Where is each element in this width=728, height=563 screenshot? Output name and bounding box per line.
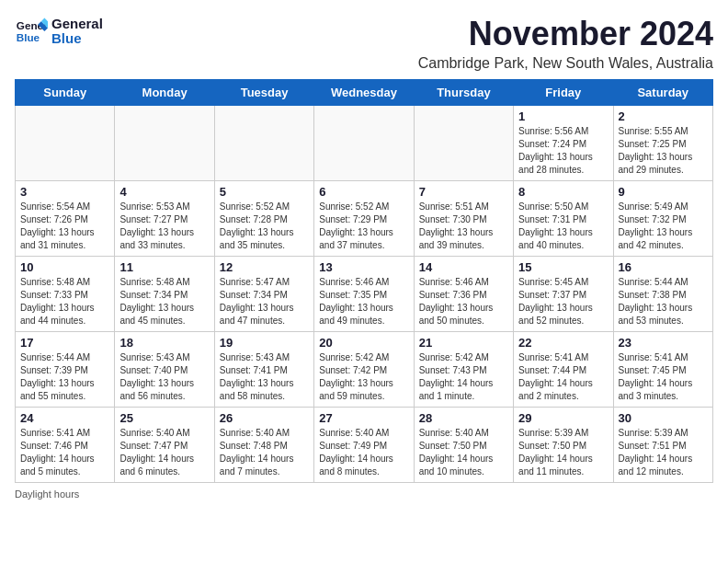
- day-number: 17: [20, 336, 109, 350]
- day-number: 26: [220, 411, 309, 425]
- day-number: 8: [518, 185, 608, 199]
- calendar-cell: 15Sunrise: 5:45 AM Sunset: 7:37 PM Dayli…: [514, 257, 613, 332]
- day-info: Sunrise: 5:47 AM Sunset: 7:34 PM Dayligh…: [220, 276, 309, 327]
- calendar-header-friday: Friday: [514, 80, 613, 106]
- logo-icon: General Blue: [15, 15, 48, 48]
- calendar-cell: 2Sunrise: 5:55 AM Sunset: 7:25 PM Daylig…: [613, 106, 712, 181]
- day-number: 5: [220, 185, 309, 199]
- day-info: Sunrise: 5:52 AM Sunset: 7:29 PM Dayligh…: [319, 201, 408, 252]
- day-number: 11: [119, 260, 209, 274]
- calendar-cell: 22Sunrise: 5:41 AM Sunset: 7:44 PM Dayli…: [514, 332, 613, 408]
- day-number: 15: [518, 260, 608, 274]
- calendar-cell: 6Sunrise: 5:52 AM Sunset: 7:29 PM Daylig…: [314, 181, 414, 257]
- day-number: 14: [419, 260, 508, 274]
- day-info: Sunrise: 5:51 AM Sunset: 7:30 PM Dayligh…: [419, 201, 508, 252]
- calendar-cell: 28Sunrise: 5:40 AM Sunset: 7:50 PM Dayli…: [414, 408, 513, 483]
- day-info: Sunrise: 5:55 AM Sunset: 7:25 PM Dayligh…: [619, 125, 708, 177]
- calendar-cell: 29Sunrise: 5:39 AM Sunset: 7:50 PM Dayli…: [514, 408, 613, 483]
- calendar-cell: 4Sunrise: 5:53 AM Sunset: 7:27 PM Daylig…: [115, 181, 214, 257]
- logo-text-blue: Blue: [51, 31, 103, 47]
- calendar-cell: [414, 106, 513, 181]
- day-info: Sunrise: 5:43 AM Sunset: 7:41 PM Dayligh…: [220, 351, 309, 403]
- day-info: Sunrise: 5:45 AM Sunset: 7:37 PM Dayligh…: [518, 276, 608, 327]
- calendar-cell: 8Sunrise: 5:50 AM Sunset: 7:31 PM Daylig…: [514, 181, 613, 257]
- calendar-cell: 10Sunrise: 5:48 AM Sunset: 7:33 PM Dayli…: [16, 257, 115, 332]
- calendar-cell: 18Sunrise: 5:43 AM Sunset: 7:40 PM Dayli…: [115, 332, 214, 408]
- main-title: November 2024: [418, 15, 713, 53]
- calendar-cell: 1Sunrise: 5:56 AM Sunset: 7:24 PM Daylig…: [514, 106, 613, 181]
- calendar-cell: 26Sunrise: 5:40 AM Sunset: 7:48 PM Dayli…: [214, 408, 313, 483]
- day-info: Sunrise: 5:41 AM Sunset: 7:44 PM Dayligh…: [518, 351, 608, 403]
- day-info: Sunrise: 5:48 AM Sunset: 7:33 PM Dayligh…: [20, 276, 109, 327]
- calendar-week-3: 10Sunrise: 5:48 AM Sunset: 7:33 PM Dayli…: [16, 257, 713, 332]
- calendar-week-4: 17Sunrise: 5:44 AM Sunset: 7:39 PM Dayli…: [16, 332, 713, 408]
- day-number: 7: [419, 185, 508, 199]
- day-info: Sunrise: 5:41 AM Sunset: 7:46 PM Dayligh…: [20, 427, 109, 478]
- day-number: 19: [220, 336, 309, 350]
- subtitle: Cambridge Park, New South Wales, Austral…: [418, 55, 713, 72]
- calendar-cell: 5Sunrise: 5:52 AM Sunset: 7:28 PM Daylig…: [214, 181, 313, 257]
- day-number: 9: [619, 185, 708, 199]
- day-number: 13: [319, 260, 408, 274]
- calendar-cell: 13Sunrise: 5:46 AM Sunset: 7:35 PM Dayli…: [314, 257, 414, 332]
- calendar-header-sunday: Sunday: [16, 80, 115, 106]
- calendar-week-2: 3Sunrise: 5:54 AM Sunset: 7:26 PM Daylig…: [16, 181, 713, 257]
- calendar-cell: 16Sunrise: 5:44 AM Sunset: 7:38 PM Dayli…: [613, 257, 712, 332]
- calendar-cell: 23Sunrise: 5:41 AM Sunset: 7:45 PM Dayli…: [613, 332, 712, 408]
- day-number: 23: [619, 336, 708, 350]
- calendar-week-1: 1Sunrise: 5:56 AM Sunset: 7:24 PM Daylig…: [16, 106, 713, 181]
- day-info: Sunrise: 5:40 AM Sunset: 7:49 PM Dayligh…: [319, 427, 408, 478]
- day-number: 3: [20, 185, 109, 199]
- day-info: Sunrise: 5:42 AM Sunset: 7:43 PM Dayligh…: [419, 351, 508, 403]
- day-info: Sunrise: 5:43 AM Sunset: 7:40 PM Dayligh…: [119, 351, 209, 403]
- day-info: Sunrise: 5:56 AM Sunset: 7:24 PM Dayligh…: [518, 125, 608, 177]
- day-number: 16: [619, 260, 708, 274]
- day-number: 18: [119, 336, 209, 350]
- day-number: 24: [20, 411, 109, 425]
- day-number: 27: [319, 411, 408, 425]
- day-info: Sunrise: 5:49 AM Sunset: 7:32 PM Dayligh…: [619, 201, 708, 252]
- calendar-cell: 19Sunrise: 5:43 AM Sunset: 7:41 PM Dayli…: [214, 332, 313, 408]
- day-info: Sunrise: 5:42 AM Sunset: 7:42 PM Dayligh…: [319, 351, 408, 403]
- day-info: Sunrise: 5:40 AM Sunset: 7:47 PM Dayligh…: [119, 427, 209, 478]
- calendar-header-saturday: Saturday: [613, 80, 712, 106]
- logo: General Blue General Blue: [15, 15, 103, 48]
- day-number: 4: [119, 185, 209, 199]
- calendar-cell: [214, 106, 313, 181]
- calendar-cell: [16, 106, 115, 181]
- calendar-cell: 25Sunrise: 5:40 AM Sunset: 7:47 PM Dayli…: [115, 408, 214, 483]
- calendar-cell: [115, 106, 214, 181]
- calendar-header-monday: Monday: [115, 80, 214, 106]
- day-info: Sunrise: 5:39 AM Sunset: 7:51 PM Dayligh…: [619, 427, 708, 478]
- day-info: Sunrise: 5:41 AM Sunset: 7:45 PM Dayligh…: [619, 351, 708, 403]
- calendar-cell: 24Sunrise: 5:41 AM Sunset: 7:46 PM Dayli…: [16, 408, 115, 483]
- calendar-cell: 7Sunrise: 5:51 AM Sunset: 7:30 PM Daylig…: [414, 181, 513, 257]
- svg-text:Blue: Blue: [17, 31, 40, 43]
- day-number: 12: [220, 260, 309, 274]
- calendar: SundayMondayTuesdayWednesdayThursdayFrid…: [15, 79, 713, 483]
- day-number: 6: [319, 185, 408, 199]
- header: General Blue General Blue November 2024 …: [15, 15, 713, 72]
- day-info: Sunrise: 5:40 AM Sunset: 7:48 PM Dayligh…: [220, 427, 309, 478]
- calendar-cell: 20Sunrise: 5:42 AM Sunset: 7:42 PM Dayli…: [314, 332, 414, 408]
- day-number: 22: [518, 336, 608, 350]
- day-info: Sunrise: 5:48 AM Sunset: 7:34 PM Dayligh…: [119, 276, 209, 327]
- calendar-cell: 14Sunrise: 5:46 AM Sunset: 7:36 PM Dayli…: [414, 257, 513, 332]
- day-info: Sunrise: 5:44 AM Sunset: 7:39 PM Dayligh…: [20, 351, 109, 403]
- calendar-header-thursday: Thursday: [414, 80, 513, 106]
- day-info: Sunrise: 5:50 AM Sunset: 7:31 PM Dayligh…: [518, 201, 608, 252]
- calendar-header-tuesday: Tuesday: [214, 80, 313, 106]
- calendar-cell: 17Sunrise: 5:44 AM Sunset: 7:39 PM Dayli…: [16, 332, 115, 408]
- calendar-header-wednesday: Wednesday: [314, 80, 414, 106]
- footer-note: Daylight hours: [15, 488, 713, 500]
- day-number: 1: [518, 109, 608, 123]
- day-info: Sunrise: 5:44 AM Sunset: 7:38 PM Dayligh…: [619, 276, 708, 327]
- day-number: 25: [119, 411, 209, 425]
- day-number: 20: [319, 336, 408, 350]
- day-info: Sunrise: 5:53 AM Sunset: 7:27 PM Dayligh…: [119, 201, 209, 252]
- day-number: 30: [619, 411, 708, 425]
- day-info: Sunrise: 5:39 AM Sunset: 7:50 PM Dayligh…: [518, 427, 608, 478]
- calendar-week-5: 24Sunrise: 5:41 AM Sunset: 7:46 PM Dayli…: [16, 408, 713, 483]
- day-info: Sunrise: 5:54 AM Sunset: 7:26 PM Dayligh…: [20, 201, 109, 252]
- day-info: Sunrise: 5:46 AM Sunset: 7:35 PM Dayligh…: [319, 276, 408, 327]
